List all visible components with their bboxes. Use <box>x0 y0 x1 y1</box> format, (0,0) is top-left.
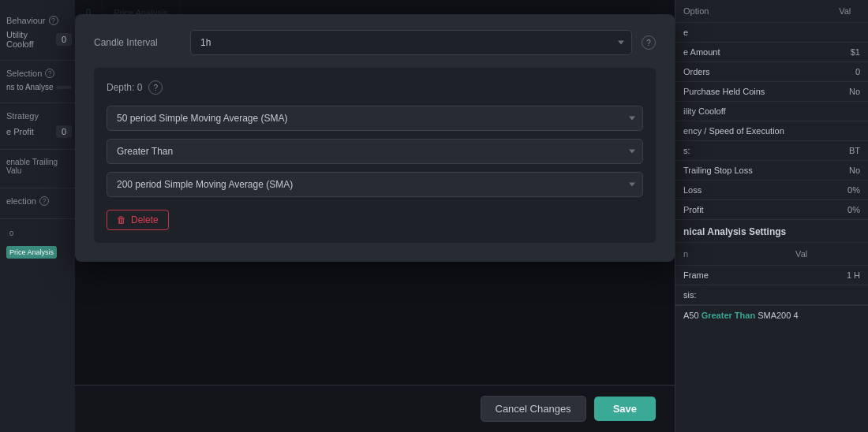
e-profit-value: 0 <box>56 125 72 138</box>
save-button[interactable]: Save <box>594 397 656 421</box>
table-row: e Amount $1 <box>675 43 868 62</box>
profit-label: Profit <box>675 200 820 220</box>
row-held-coins-label: Purchase Held Coins <box>675 82 831 102</box>
options-table: Option Val e e Amount $1 Orders 0 Purcha… <box>675 0 868 161</box>
behaviour-title: Behaviour <box>6 16 46 25</box>
candle-interval-select[interactable]: 1m 5m 15m 30m 1h 4h 1d <box>190 30 632 55</box>
row-orders-value: 0 <box>831 62 868 82</box>
left-sidebar: Behaviour ? Utility Cooloff 0 Selection … <box>0 0 79 432</box>
row-e-value <box>831 23 868 43</box>
strategy-section: Strategy e Profit 0 <box>0 103 78 150</box>
indicator1-row: 50 period Simple Moving Average (SMA) 20… <box>107 106 643 131</box>
table-row: Trailing Stop Loss No <box>675 161 868 181</box>
comparator-row: Greater Than Less Than Equal To Crosses … <box>107 139 643 164</box>
table-row: Profit 0% <box>675 200 868 220</box>
analysis-val-header: Val <box>788 243 868 266</box>
indicator1-select[interactable]: 50 period Simple Moving Average (SMA) 20… <box>107 106 643 131</box>
bottom-tab-bar: 0 <box>3 224 75 243</box>
table-row: Loss 0% <box>675 181 868 200</box>
row-speed-label: ency / Speed of Execution <box>675 121 831 141</box>
candle-interval-label: Candle Interval <box>94 37 181 48</box>
table-row: ility Cooloff <box>675 102 868 121</box>
frame-label: Frame <box>675 266 788 285</box>
table-row: Purchase Held Coins No <box>675 82 868 102</box>
trailing-stop-loss-value: No <box>820 161 868 181</box>
profit-value: 0% <box>820 200 868 220</box>
coins-analyse-label: ns to Analyse <box>6 83 53 91</box>
table-row: sis: <box>675 285 868 305</box>
behaviour-section: Behaviour ? Utility Cooloff 0 <box>0 8 78 61</box>
e-profit-label: e Profit <box>6 127 34 136</box>
row-e-label: e <box>675 23 831 43</box>
modal-overlay: Candle Interval 1m 5m 15m 30m 1h 4h 1d ?… <box>75 0 675 432</box>
trailing-stop-loss-label: Trailing Stop Loss <box>675 161 820 181</box>
val-col-header: Val <box>831 0 868 23</box>
candle-help-icon[interactable]: ? <box>642 35 656 50</box>
option-col-header: Option <box>675 0 831 23</box>
trailing-title: enable Trailing Valu <box>6 158 72 175</box>
depth-section: Depth: 0 ? 50 period Simple Moving Avera… <box>94 68 656 243</box>
sis-value <box>788 285 868 305</box>
analysis-table: n Val Frame 1 H sis: <box>675 243 868 305</box>
frame-value: 1 H <box>788 266 868 285</box>
selection2-section: election ? <box>0 188 78 219</box>
row-amount-value: $1 <box>831 43 868 62</box>
modal-footer: Cancel Changes Save <box>75 385 675 432</box>
table-row: Frame 1 H <box>675 266 868 285</box>
row-orders-label: Orders <box>675 62 831 82</box>
table-row: ency / Speed of Execution <box>675 121 868 141</box>
behaviour-help-icon[interactable]: ? <box>49 16 58 25</box>
delete-label: Delete <box>131 214 159 225</box>
selection-title: Selection <box>6 69 42 78</box>
analysis-settings-header: nical Analysis Settings <box>675 220 868 243</box>
candle-interval-row: Candle Interval 1m 5m 15m 30m 1h 4h 1d ? <box>94 30 656 55</box>
strategy-title: Strategy <box>6 111 39 121</box>
table-row: s: BT <box>675 141 868 161</box>
indicator2-select[interactable]: 50 period Simple Moving Average (SMA) 20… <box>107 172 643 197</box>
depth-help-icon[interactable]: ? <box>148 80 163 95</box>
depth-title: Depth: 0 <box>107 82 142 93</box>
tab-0[interactable]: 0 <box>6 227 17 240</box>
table-row: e <box>675 23 868 43</box>
loss-value: 0% <box>820 181 868 200</box>
candle-interval-wrapper: 1m 5m 15m 30m 1h 4h 1d <box>190 30 632 55</box>
cancel-changes-button[interactable]: Cancel Changes <box>481 396 586 422</box>
row-s-label: s: <box>675 141 831 161</box>
selection-help-icon[interactable]: ? <box>45 69 54 78</box>
trailing-section: enable Trailing Valu <box>0 150 78 188</box>
analysis-summary: A50 Greater Than SMA200 4 <box>675 305 868 325</box>
row-s-value: BT <box>831 141 868 161</box>
right-panel: Option Val e e Amount $1 Orders 0 Purcha… <box>675 0 868 432</box>
indicator2-row: 50 period Simple Moving Average (SMA) 20… <box>107 172 643 197</box>
row-held-coins-value: No <box>831 82 868 102</box>
row-amount-label: e Amount <box>675 43 831 62</box>
comparator-select[interactable]: Greater Than Less Than Equal To Crosses … <box>107 139 643 164</box>
selection2-title: election <box>6 196 36 206</box>
utility-cooloff-value: 0 <box>56 33 72 46</box>
row-cooloff-label: ility Cooloff <box>675 102 831 121</box>
loss-label: Loss <box>675 181 820 200</box>
delete-button[interactable]: 🗑 Delete <box>107 210 169 230</box>
table-row: Orders 0 <box>675 62 868 82</box>
row-cooloff-value <box>831 102 868 121</box>
modal-dialog: Candle Interval 1m 5m 15m 30m 1h 4h 1d ?… <box>75 14 675 262</box>
trash-icon: 🗑 <box>117 214 126 225</box>
trailing-table: Trailing Stop Loss No Loss 0% Profit 0% <box>675 161 868 220</box>
sis-label: sis: <box>675 285 788 305</box>
depth-header: Depth: 0 ? <box>107 80 643 95</box>
tab-price-analysis[interactable]: Price Analysis <box>6 246 57 259</box>
selection-section: Selection ? ns to Analyse <box>0 61 78 103</box>
utility-cooloff-label: Utility Cooloff <box>6 30 56 49</box>
analysis-option-header: n <box>675 243 788 266</box>
coins-analyse-value <box>56 86 72 89</box>
row-speed-value <box>831 121 868 141</box>
selection2-help-icon[interactable]: ? <box>39 196 49 206</box>
